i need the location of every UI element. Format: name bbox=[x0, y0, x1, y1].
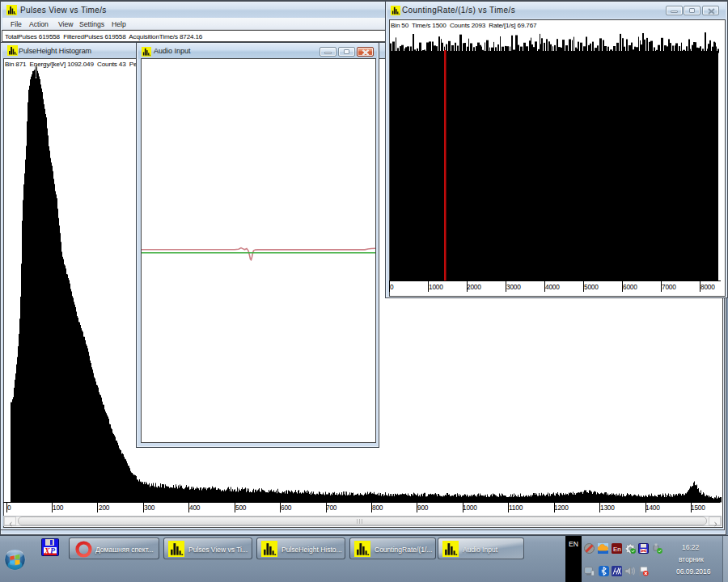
svg-text:En: En bbox=[613, 546, 621, 553]
